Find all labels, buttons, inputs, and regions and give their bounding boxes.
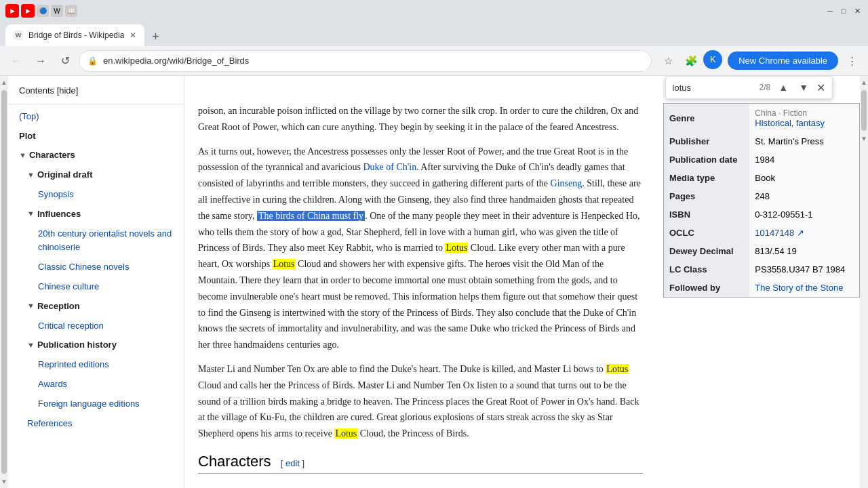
sidebar-divider-1	[8, 104, 184, 104]
scroll-thumb[interactable]	[1, 90, 7, 474]
publisher-label: Publisher	[664, 132, 750, 150]
oclc-value: 10147148 ↗	[749, 224, 859, 242]
extension-icon-2[interactable]: W	[51, 5, 63, 17]
sidebar-item-publication-history[interactable]: ▼ Publication history	[8, 336, 184, 355]
sidebar-item-reprinted[interactable]: Reprinted editions	[8, 355, 184, 375]
pub-date-label: Publication date	[664, 150, 750, 169]
sidebar-contents[interactable]: Contents [hide]	[8, 81, 184, 101]
find-prev-button[interactable]: ▲	[776, 81, 791, 94]
address-bar[interactable]: 🔒 en.wikipedia.org/wiki/Bridge_of_Birds	[79, 50, 652, 72]
sidebar-item-classic-novels[interactable]: Classic Chinese novels	[8, 258, 184, 277]
main-scroll-up[interactable]: ▲	[859, 77, 868, 87]
browser-toolbar: ← → ↺ 🔒 en.wikipedia.org/wiki/Bridge_of_…	[0, 46, 868, 76]
media-value: Book	[749, 169, 859, 187]
infobox-row-followed: Followed by The Story of the Stone	[664, 279, 860, 298]
lc-label: LC Class	[664, 260, 750, 279]
dewey-value: 813/.54 19	[749, 242, 859, 260]
new-tab-button[interactable]: +	[146, 27, 165, 46]
tab-bar: W Bridge of Birds - Wikipedia ✕ +	[0, 22, 868, 46]
bookmark-icon[interactable]: ☆	[657, 50, 679, 72]
title-bar: ▶ ▶ 🔵 W 📖 ─ □ ✕	[0, 0, 868, 22]
scroll-up-arrow[interactable]: ▲	[0, 77, 9, 87]
youtube-icon[interactable]: ▶	[5, 4, 19, 18]
sidebar-item-chinese-culture[interactable]: Chinese culture	[8, 277, 184, 297]
pub-date-value: 1984	[749, 150, 859, 169]
infobox-row-isbn: ISBN 0-312-09551-1	[664, 205, 860, 224]
sidebar-item-characters[interactable]: ▼ Characters	[8, 146, 184, 165]
characters-collapse-icon: ▼	[19, 150, 26, 162]
main-content: 2/8 ▲ ▼ ✕ poison, an incurable poison in…	[184, 76, 860, 488]
find-count: 2/8	[760, 83, 771, 92]
content-body: poison, an incurable poison inflicted on…	[198, 103, 643, 442]
media-label: Media type	[664, 169, 750, 187]
page-area: ▲ ▼ Contents [hide] (Top) Plot ▼ Charact…	[0, 76, 868, 488]
sidebar-scroll[interactable]: ▲ ▼	[0, 76, 8, 488]
oclc-link[interactable]: 10147148 ↗	[755, 228, 804, 238]
new-chrome-button[interactable]: New Chrome available	[728, 52, 838, 70]
profile-icon[interactable]: K	[703, 50, 722, 69]
followed-label: Followed by	[664, 279, 750, 298]
genre-historical-fantasy-link[interactable]: Historical, fantasy	[755, 118, 825, 128]
characters-edit-link[interactable]: [ edit ]	[281, 458, 304, 468]
genre-label: Genre	[664, 104, 750, 133]
lotus-highlight-2: Lotus	[273, 259, 296, 269]
sidebar-item-foreign-editions[interactable]: Foreign language editions	[8, 394, 184, 414]
ginseng-link[interactable]: Ginseng	[551, 178, 583, 188]
reload-button[interactable]: ↺	[54, 50, 76, 72]
isbn-label: ISBN	[664, 205, 750, 224]
find-bar: 2/8 ▲ ▼ ✕	[665, 76, 833, 99]
sidebar-item-awards[interactable]: Awards	[8, 375, 184, 394]
infobox-row-publisher: Publisher St. Martin's Press	[664, 132, 860, 150]
extension-icon-3[interactable]: 📖	[65, 5, 77, 17]
oclc-label: OCLC	[664, 224, 750, 242]
lotus-highlight-3: Lotus	[606, 364, 629, 374]
dewey-label: Dewey Decimal	[664, 242, 750, 260]
active-tab[interactable]: W Bridge of Birds - Wikipedia ✕	[5, 24, 144, 46]
lotus-highlight-4: Lotus	[334, 428, 357, 439]
followed-link[interactable]: The Story of the Stone	[755, 283, 843, 293]
followed-value: The Story of the Stone	[749, 279, 859, 298]
sidebar-item-plot: Plot	[8, 127, 184, 146]
sidebar-item-top[interactable]: (Top)	[8, 107, 184, 127]
forward-button[interactable]: →	[30, 50, 52, 72]
pages-value: 248	[749, 187, 859, 205]
influences-collapse-icon: ▼	[27, 208, 35, 220]
duke-link[interactable]: Duke of Ch'in	[363, 162, 416, 172]
main-scroll-thumb[interactable]	[861, 90, 867, 131]
infobox-row-media: Media type Book	[664, 169, 860, 187]
maximize-button[interactable]: □	[838, 5, 849, 16]
sidebar-item-original-draft[interactable]: ▼ Original draft	[8, 165, 184, 185]
extension-icon-1[interactable]: 🔵	[37, 5, 49, 17]
toolbar-icons: ☆ 🧩 K	[657, 50, 722, 72]
sidebar: Contents [hide] (Top) Plot ▼ Characters …	[8, 76, 184, 488]
sidebar-item-references[interactable]: References	[8, 414, 184, 434]
paragraph-ending: Master Li and Number Ten Ox are able to …	[198, 361, 643, 442]
find-close-button[interactable]: ✕	[816, 81, 825, 94]
scroll-down-arrow[interactable]: ▼	[0, 476, 9, 487]
characters-heading: Characters [ edit ]	[198, 453, 643, 474]
publisher-value: St. Martin's Press	[749, 132, 859, 150]
sidebar-item-orientalist[interactable]: 20th century orientalist novels and chin…	[8, 224, 184, 258]
main-scroll[interactable]: ▲ ▼	[860, 76, 868, 488]
tab-close-button[interactable]: ✕	[130, 30, 136, 40]
extensions-icon[interactable]: 🧩	[680, 50, 702, 72]
sidebar-item-reception[interactable]: ▼ Reception	[8, 297, 184, 317]
main-scroll-down[interactable]: ▼	[859, 134, 868, 144]
close-button[interactable]: ✕	[852, 5, 863, 16]
minimize-button[interactable]: ─	[825, 5, 835, 16]
sidebar-item-critical-reception[interactable]: Critical reception	[8, 317, 184, 336]
paragraph-main: As it turns out, however, the Ancestress…	[198, 144, 643, 353]
infobox-row-oclc: OCLC 10147148 ↗	[664, 224, 860, 242]
sidebar-item-synopsis[interactable]: Synopsis	[8, 185, 184, 205]
menu-icon[interactable]: ⋮	[841, 50, 863, 72]
tab-title: Bridge of Birds - Wikipedia	[28, 30, 124, 40]
find-next-button[interactable]: ▼	[796, 81, 811, 94]
paragraph-intro: poison, an incurable poison inflicted on…	[198, 103, 643, 136]
browser-window: ▶ ▶ 🔵 W 📖 ─ □ ✕ W Bridge of Birds - Wiki…	[0, 0, 868, 488]
sidebar-item-influences[interactable]: ▼ Influences	[8, 205, 184, 224]
youtube-tv-icon[interactable]: ▶	[21, 4, 35, 18]
infobox-table: Genre China · Fiction Historical, fantas…	[663, 103, 860, 298]
back-button[interactable]: ←	[5, 50, 27, 72]
find-input[interactable]	[673, 83, 754, 93]
url-text: en.wikipedia.org/wiki/Bridge_of_Birds	[103, 56, 643, 66]
